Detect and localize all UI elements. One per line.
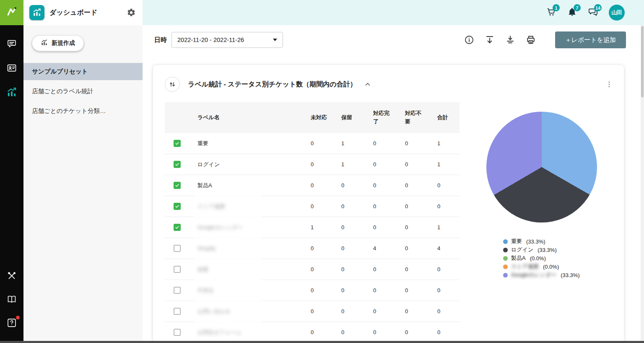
report-title: ラベル統計 - ステータス別チケット数（期間内の合計）	[188, 80, 357, 89]
row-checkbox[interactable]	[174, 329, 181, 336]
scrollbar-thumb[interactable]	[641, 26, 644, 97]
table-row: 不具合 0 0 0 0 0	[165, 280, 460, 301]
header-open: 未対応	[311, 114, 341, 121]
nav-rail	[0, 0, 23, 343]
value-cell: 0	[405, 287, 437, 293]
logo-icon	[5, 5, 18, 20]
table-row: お問合せフォーム 0 0 0 0 0	[165, 322, 460, 343]
value-cell: 1	[437, 140, 460, 147]
value-cell: 0	[405, 308, 437, 314]
row-checkbox[interactable]	[174, 182, 181, 189]
table-row: ログイン 0 1 0 0 1	[165, 154, 460, 175]
table-row: ストア連携 0 0 0 0 0	[165, 196, 460, 217]
row-label: お問合せフォーム	[194, 329, 311, 336]
value-cell: 1	[437, 224, 460, 230]
cart-button[interactable]: 1	[546, 8, 556, 18]
preset-item-sample[interactable]: サンプルプリセット	[23, 63, 143, 80]
app-logo[interactable]	[0, 0, 23, 25]
value-cell: 0	[437, 287, 460, 293]
tickets-icon	[7, 39, 17, 50]
print-icon[interactable]	[526, 35, 536, 45]
legend-percent: (0.0%)	[530, 255, 546, 262]
row-checkbox[interactable]	[174, 308, 181, 315]
sidebar-item-guide[interactable]	[0, 288, 23, 312]
settings-gear-icon[interactable]	[126, 7, 137, 18]
value-cell: 0	[405, 182, 437, 189]
dashboard-sidebar: ダッシュボード 新規作成 サンプルプリセット 店舗ごとのラベル統計 店舗ごとのチ…	[23, 0, 143, 343]
tools-icon	[7, 271, 17, 283]
kebab-menu-icon[interactable]	[604, 79, 615, 90]
checkbox-cell	[165, 308, 194, 315]
value-cell: 0	[311, 161, 341, 168]
notifications-button[interactable]: 7	[567, 8, 577, 18]
collapse-rows-icon[interactable]	[505, 35, 515, 45]
download-icon[interactable]	[485, 35, 495, 45]
chat-button[interactable]: 14	[588, 8, 598, 18]
checkbox-cell	[165, 203, 194, 210]
value-cell: 0	[311, 245, 341, 251]
chart-icon	[41, 39, 48, 47]
value-cell: 0	[437, 182, 460, 189]
checkbox-cell	[165, 266, 194, 273]
row-checkbox[interactable]	[174, 266, 181, 273]
row-checkbox[interactable]	[174, 287, 181, 294]
legend-percent: (33.3%)	[561, 272, 580, 278]
value-cell: 4	[373, 245, 405, 251]
value-cell: 0	[311, 182, 341, 189]
pie-chart	[486, 112, 597, 223]
legend-item: 重要 (33.3%)	[503, 238, 624, 245]
date-label: 日時	[154, 36, 167, 44]
date-range-select[interactable]: 2022-11-20 - 2022-11-26	[171, 32, 283, 48]
help-icon	[7, 318, 17, 330]
row-checkbox[interactable]	[174, 203, 181, 210]
row-checkbox[interactable]	[174, 140, 181, 147]
info-icon[interactable]	[464, 35, 474, 45]
sidebar-item-help[interactable]	[0, 312, 23, 335]
row-label: お問い合わせ	[194, 308, 311, 315]
value-cell: 0	[373, 308, 405, 314]
main-area: 1 7 14 山田 日時 2022-11-20 - 2022-11-26	[143, 0, 644, 343]
row-checkbox[interactable]	[174, 245, 181, 252]
value-cell: 0	[437, 308, 460, 314]
value-cell: 0	[311, 140, 341, 147]
dashboard-badge-icon[interactable]	[29, 5, 44, 20]
sort-button[interactable]	[165, 77, 180, 92]
row-checkbox[interactable]	[174, 224, 181, 231]
header-label-name: ラベル名	[194, 114, 311, 121]
cart-badge: 1	[553, 4, 560, 11]
value-cell: 0	[373, 224, 405, 230]
checkbox-cell	[165, 224, 194, 231]
value-cell: 0	[373, 266, 405, 272]
vertical-scrollbar[interactable]	[641, 25, 644, 341]
report-card-header: ラベル統計 - ステータス別チケット数（期間内の合計）	[165, 76, 615, 93]
legend-label: Googleカレンダー	[511, 271, 556, 279]
report-card: ラベル統計 - ステータス別チケット数（期間内の合計） ラベル名 未対応 保留 …	[153, 65, 624, 343]
legend-percent: (0.0%)	[543, 264, 559, 270]
legend-item: 製品A (0.0%)	[503, 255, 624, 262]
checkbox-cell	[165, 287, 194, 294]
user-avatar[interactable]: 山田	[609, 5, 625, 21]
value-cell: 0	[405, 329, 437, 335]
row-label: 重要	[194, 140, 311, 147]
sidebar-item-contacts[interactable]	[0, 57, 23, 81]
legend-dot	[503, 239, 508, 244]
value-cell: 0	[405, 140, 437, 147]
sidebar-item-tools[interactable]	[0, 265, 23, 288]
row-checkbox[interactable]	[174, 161, 181, 168]
preset-item-ticket-class[interactable]: 店舗ごとのチケット分類…	[23, 102, 143, 120]
app-window: ダッシュボード 新規作成 サンプルプリセット 店舗ごとのラベル統計 店舗ごとのチ…	[0, 0, 644, 343]
new-report-button[interactable]: 新規作成	[32, 35, 84, 51]
table-row: Googleカレンダー 1 0 0 0 1	[165, 217, 460, 238]
sidebar-item-dashboard[interactable]	[0, 81, 23, 105]
report-toolbar: 日時 2022-11-20 - 2022-11-26 ＋レポートを追加	[143, 25, 644, 55]
sidebar-header: ダッシュボード	[23, 0, 143, 25]
value-cell: 0	[311, 287, 341, 293]
checkbox-cell	[165, 182, 194, 189]
header-resolved-text: 対応完了	[373, 109, 392, 126]
value-cell: 0	[311, 266, 341, 272]
preset-item-label-stats[interactable]: 店舗ごとのラベル統計	[23, 83, 143, 100]
sidebar-item-tickets[interactable]	[0, 33, 23, 56]
chevron-up-icon[interactable]	[364, 81, 371, 88]
add-report-button[interactable]: ＋レポートを追加	[555, 31, 626, 48]
value-cell: 1	[341, 140, 373, 147]
